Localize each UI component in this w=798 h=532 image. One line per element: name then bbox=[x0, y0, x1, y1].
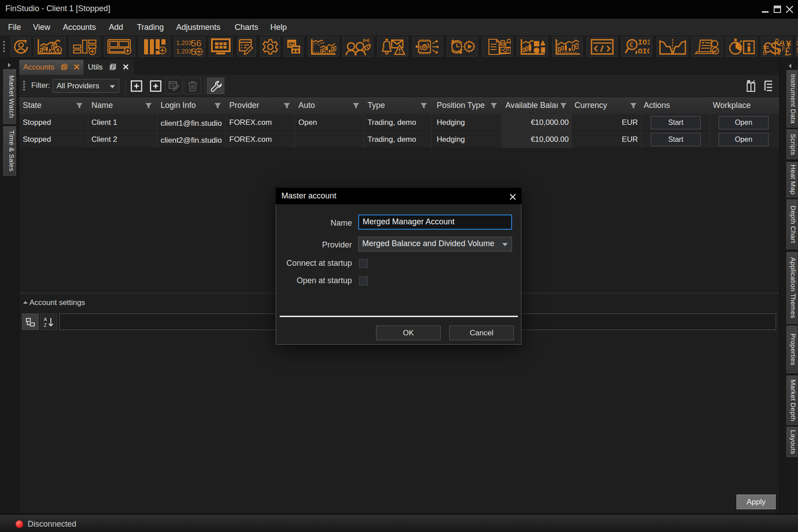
svg-text:F: F bbox=[782, 45, 786, 52]
svg-text:OIO: OIO bbox=[638, 47, 649, 55]
svg-text:£: £ bbox=[785, 45, 791, 56]
svg-text:1.203: 1.203 bbox=[176, 48, 192, 55]
svg-text:IOI: IOI bbox=[638, 38, 649, 47]
svg-text:B: B bbox=[763, 49, 767, 56]
svg-text:A: A bbox=[44, 317, 47, 322]
svg-text:1.203: 1.203 bbox=[176, 39, 192, 46]
svg-text:Z: Z bbox=[44, 322, 47, 328]
svg-text:€: € bbox=[629, 41, 633, 49]
